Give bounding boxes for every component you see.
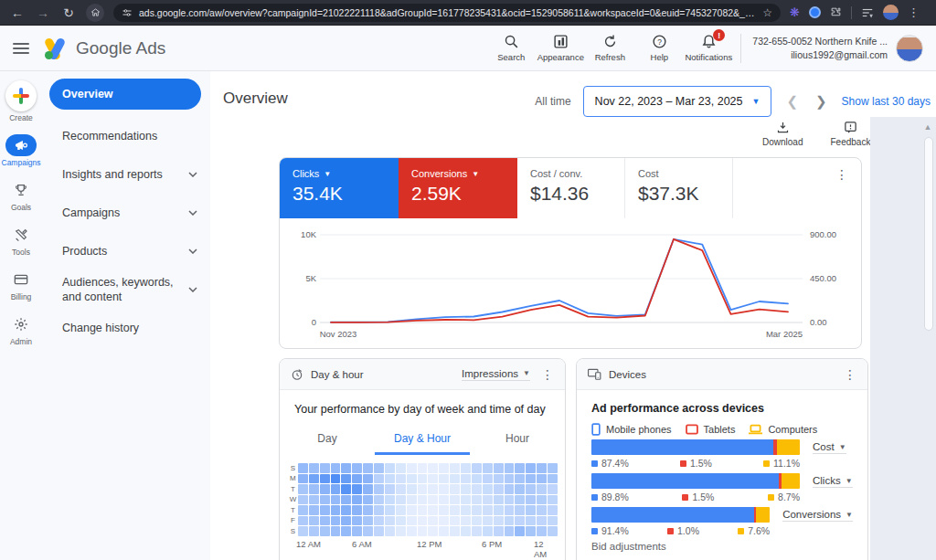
heatmap-cell	[472, 526, 482, 536]
heatmap-row: F	[289, 516, 558, 526]
tablet-icon	[686, 424, 698, 435]
browser-forward-icon[interactable]: →	[35, 6, 51, 19]
bookmark-star-icon[interactable]: ☆	[762, 6, 772, 19]
heatmap-row: W	[289, 495, 558, 505]
devices-card-menu-icon[interactable]: ⋮	[840, 367, 856, 382]
download-button[interactable]: Download	[762, 121, 803, 147]
browser-back-icon[interactable]: ←	[9, 6, 26, 19]
percentage-label: 11.1%	[763, 458, 800, 469]
heatmap-cell	[548, 474, 558, 484]
nav-item-insights-and-reports[interactable]: Insights and reports	[42, 155, 210, 194]
heatmap-cell	[461, 516, 471, 526]
scorecard-conversions[interactable]: Conversions▼ 2.59K	[399, 158, 517, 218]
search-button[interactable]: Search	[486, 34, 536, 62]
rail-item-goals[interactable]: Goals	[5, 179, 37, 212]
legend-square-icon	[763, 460, 770, 467]
nav-item-audiences-keywords-content[interactable]: Audiences, keywords, and content	[42, 270, 210, 309]
rail-item-tools[interactable]: Tools	[5, 224, 37, 257]
heatmap-cell	[505, 463, 515, 473]
extensions-puzzle-icon[interactable]	[830, 6, 842, 18]
url-text[interactable]: ads.google.com/aw/overview?campaignId=21…	[139, 7, 756, 18]
day-hour-card-menu-icon[interactable]: ⋮	[537, 367, 554, 382]
legend-mobile-phones: Mobile phones	[591, 423, 672, 436]
svg-text:900.00: 900.00	[810, 229, 836, 239]
browser-menu-icon[interactable]: ⋮	[908, 5, 920, 19]
nav-item-campaigns[interactable]: Campaigns	[42, 194, 210, 232]
heatmap-cell	[548, 505, 558, 515]
svg-text:5K: 5K	[305, 273, 316, 283]
heatmap-cell	[450, 463, 460, 473]
svg-text:450.00: 450.00	[810, 273, 836, 283]
extension-blue-icon[interactable]	[809, 6, 821, 18]
scorecard-clicks[interactable]: Clicks▼ 35.4K	[280, 158, 399, 218]
heatmap-cell	[526, 526, 536, 536]
scrollbar-thumb[interactable]	[924, 137, 933, 331]
browser-profile-avatar[interactable]	[883, 5, 899, 20]
extension-flower-icon[interactable]: ❋	[790, 5, 800, 19]
heatmap-cell	[309, 505, 319, 515]
date-range-picker[interactable]: Nov 22, 2023 – Mar 23, 2025 ▼	[583, 86, 772, 117]
tab-day-and-hour[interactable]: Day & Hour	[375, 427, 470, 455]
heatmap-cell	[352, 463, 362, 473]
heatmap-row-label: T	[289, 485, 297, 493]
right-gutter: ▲	[870, 117, 936, 560]
account-info[interactable]: 732-655-0052 Northern Knife ... ilious19…	[752, 35, 888, 60]
url-bar[interactable]: ads.google.com/aw/overview?campaignId=21…	[113, 4, 781, 22]
rail-item-billing[interactable]: Billing	[5, 269, 37, 301]
dropdown-arrow-icon: ▼	[523, 369, 530, 377]
page-tools: Download Feedback	[762, 121, 870, 147]
show-last-30-days-link[interactable]: Show last 30 days	[842, 95, 931, 108]
heatmap-cell	[548, 495, 558, 505]
device-metric-dropdown-clicks[interactable]: Clicks▼	[813, 475, 853, 488]
heatmap-cell	[396, 463, 406, 473]
heatmap-cell	[309, 484, 319, 494]
heatmap-cell	[298, 516, 308, 526]
heatmap-x-axis: 12 AM6 AM12 PM6 PM12 AM	[298, 539, 558, 551]
account-avatar[interactable]	[896, 35, 923, 62]
heatmap-cell	[483, 484, 493, 494]
bar-segment-mobile-phones	[591, 507, 754, 523]
refresh-button[interactable]: Refresh	[585, 34, 634, 62]
rail-item-campaigns[interactable]: Campaigns	[2, 134, 41, 167]
rail-item-create[interactable]: Create	[5, 80, 37, 122]
main-menu-icon[interactable]	[13, 43, 29, 54]
rail-item-admin[interactable]: Admin	[5, 313, 37, 346]
device-metric-dropdown-conversions[interactable]: Conversions▼	[782, 509, 853, 522]
nav-item-overview[interactable]: Overview	[49, 79, 201, 110]
help-button[interactable]: ? Help	[634, 34, 684, 62]
previous-period-button[interactable]: ❮	[783, 93, 801, 110]
summary-card-menu-icon[interactable]: ⋮	[823, 158, 861, 218]
heatmap-cell	[309, 495, 319, 505]
heatmap-cell	[450, 474, 460, 484]
bar-segment-computers	[782, 473, 800, 489]
bid-adjustments-link[interactable]: Bid adjustments	[591, 541, 853, 552]
feedback-button[interactable]: Feedback	[830, 121, 870, 147]
tab-day[interactable]: Day	[280, 427, 375, 455]
metric-dropdown[interactable]: Impressions▼	[462, 368, 530, 381]
devices-bars: 87.4%1.5%11.1%Cost▼89.8%1.5%8.7%Clicks▼9…	[591, 439, 853, 536]
browser-home-button[interactable]	[86, 4, 104, 22]
clock-icon	[291, 368, 303, 381]
nav-item-recommendations[interactable]: Recommendations	[42, 117, 210, 155]
heatmap-cell	[396, 495, 406, 505]
notifications-button[interactable]: ! Notifications	[684, 34, 733, 62]
heatmap-cell	[494, 526, 504, 536]
browser-extensions: ❋ ⋮	[790, 5, 920, 20]
tab-hour[interactable]: Hour	[470, 427, 565, 455]
heatmap-cell	[385, 505, 395, 515]
device-stacked-bar	[591, 507, 770, 523]
heatmap-cell	[428, 484, 438, 494]
heatmap-cell	[526, 463, 536, 473]
reading-list-icon[interactable]	[861, 7, 874, 18]
heatmap-cell	[461, 505, 471, 515]
browser-reload-icon[interactable]: ↻	[60, 6, 77, 19]
scroll-up-arrow-icon[interactable]: ▲	[922, 122, 933, 132]
device-metric-dropdown-cost[interactable]: Cost▼	[813, 441, 846, 454]
site-info-icon[interactable]	[122, 7, 133, 18]
nav-item-change-history[interactable]: Change history	[42, 309, 210, 347]
appearance-button[interactable]: Appearance	[536, 34, 585, 62]
heatmap-cell	[363, 474, 373, 484]
heatmap-cell	[396, 505, 406, 515]
next-period-button[interactable]: ❯	[813, 93, 830, 110]
nav-item-products[interactable]: Products	[42, 232, 210, 270]
